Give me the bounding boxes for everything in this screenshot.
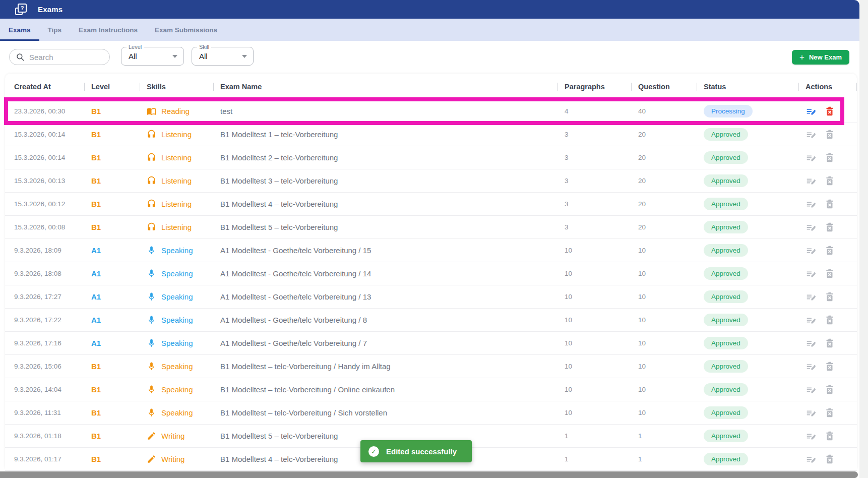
search-input[interactable] bbox=[29, 53, 100, 62]
table-row[interactable]: 9.3.2026, 17:27 A1 Speaking A1 Modelltes… bbox=[5, 285, 857, 309]
edit-exam-button[interactable] bbox=[805, 407, 817, 419]
column-header-paragraphs: Paragraphs bbox=[557, 82, 631, 92]
cell-actions bbox=[798, 384, 857, 395]
cell-actions bbox=[798, 245, 857, 256]
table-row[interactable]: 15.3.2026, 00:08 B1 Listening B1 Modellt… bbox=[5, 216, 857, 239]
trash-icon bbox=[824, 454, 835, 465]
table-row[interactable]: 9.3.2026, 11:31 B1 Speaking B1 Modelltes… bbox=[5, 401, 857, 425]
cell-status: Approved bbox=[697, 128, 798, 141]
delete-exam-button[interactable] bbox=[824, 315, 835, 326]
skill-select[interactable]: Skill All bbox=[192, 47, 254, 66]
edit-exam-button[interactable] bbox=[805, 315, 817, 326]
trash-icon bbox=[824, 431, 835, 442]
trash-icon bbox=[824, 361, 835, 372]
table-row[interactable]: 9.3.2026, 14:04 B1 Speaking B1 Modelltes… bbox=[5, 378, 857, 401]
table-row[interactable]: 9.3.2026, 17:22 A1 Speaking A1 Modelltes… bbox=[5, 309, 857, 332]
toast-notification: ✓ Edited successfully bbox=[360, 440, 472, 462]
cell-paragraphs: 3 bbox=[557, 154, 631, 161]
cell-question: 10 bbox=[631, 247, 697, 254]
cell-question: 1 bbox=[631, 432, 697, 440]
delete-exam-button[interactable] bbox=[824, 175, 835, 187]
filters-bar: Level All Skill All + New Exam bbox=[0, 41, 859, 74]
table-row[interactable]: 15.3.2026, 00:12 B1 Listening B1 Modellt… bbox=[5, 193, 857, 216]
cell-exam-name: test bbox=[213, 107, 557, 115]
edit-note-icon bbox=[805, 245, 817, 256]
cell-paragraphs: 3 bbox=[557, 131, 631, 138]
status-badge: Approved bbox=[704, 174, 748, 187]
edit-exam-button[interactable] bbox=[805, 431, 817, 442]
cell-status: Approved bbox=[697, 314, 798, 326]
delete-exam-button[interactable] bbox=[824, 454, 835, 465]
question-mark-icon: ? bbox=[18, 4, 27, 13]
table-row[interactable]: 9.3.2026, 18:08 A1 Speaking A1 Modelltes… bbox=[5, 262, 857, 285]
edit-exam-button[interactable] bbox=[805, 454, 817, 465]
delete-exam-button[interactable] bbox=[824, 199, 835, 210]
headphones-icon bbox=[147, 199, 156, 209]
cell-created-at: 15.3.2026, 00:14 bbox=[5, 154, 84, 161]
edit-exam-button[interactable] bbox=[805, 338, 817, 349]
cell-exam-name: B1 Modelltest 4 – telc-Vorbereitung bbox=[213, 200, 557, 208]
tab-exam-submissions[interactable]: Exam Submissions bbox=[146, 19, 226, 41]
cell-skill: Speaking bbox=[140, 408, 213, 417]
edit-exam-button[interactable] bbox=[805, 245, 817, 256]
edit-note-icon bbox=[805, 199, 817, 210]
table-row[interactable]: 23.3.2026, 00:30 B1 Reading test 4 40 Pr… bbox=[5, 100, 857, 123]
delete-exam-button[interactable] bbox=[824, 291, 835, 303]
trash-icon bbox=[824, 152, 835, 163]
edit-exam-button[interactable] bbox=[805, 152, 817, 163]
delete-exam-button[interactable] bbox=[824, 338, 835, 349]
edit-exam-button[interactable] bbox=[805, 129, 817, 140]
table-row[interactable]: 15.3.2026, 00:13 B1 Listening B1 Modellt… bbox=[5, 169, 857, 193]
vertical-scrollbar-track[interactable] bbox=[859, 0, 868, 478]
edit-exam-button[interactable] bbox=[805, 199, 817, 210]
cell-level: B1 bbox=[84, 385, 140, 394]
delete-exam-button[interactable] bbox=[824, 152, 835, 163]
edit-exam-button[interactable] bbox=[805, 175, 817, 187]
search-box[interactable] bbox=[9, 49, 110, 65]
level-select[interactable]: Level All bbox=[121, 47, 184, 66]
edit-exam-button[interactable] bbox=[805, 268, 817, 279]
cell-exam-name: B1 Modelltest – telc-Vorbereitung / Hand… bbox=[213, 362, 557, 371]
cell-question: 10 bbox=[631, 363, 697, 370]
cell-level: B1 bbox=[84, 107, 140, 115]
delete-exam-button[interactable] bbox=[824, 129, 835, 140]
cell-paragraphs: 10 bbox=[557, 386, 631, 393]
exams-table: Created AtLevelSkillsExam NameParagraphs… bbox=[5, 74, 857, 471]
horizontal-scrollbar[interactable] bbox=[0, 471, 858, 478]
table-row[interactable]: 9.3.2026, 17:16 A1 Speaking A1 Modelltes… bbox=[5, 332, 857, 355]
new-exam-button[interactable]: + New Exam bbox=[792, 50, 849, 65]
delete-exam-button[interactable] bbox=[824, 431, 835, 442]
trash-icon bbox=[824, 338, 835, 349]
skill-label: Speaking bbox=[161, 339, 193, 347]
delete-exam-button[interactable] bbox=[824, 268, 835, 279]
delete-exam-button[interactable] bbox=[824, 384, 835, 395]
edit-exam-button[interactable] bbox=[805, 361, 817, 372]
table-row[interactable]: 9.3.2026, 18:09 A1 Speaking A1 Modelltes… bbox=[5, 239, 857, 262]
headphones-icon bbox=[147, 176, 156, 186]
tab-exam-instructions[interactable]: Exam Instructions bbox=[70, 19, 146, 41]
delete-exam-button[interactable] bbox=[824, 106, 835, 117]
delete-exam-button[interactable] bbox=[824, 245, 835, 256]
edit-exam-button[interactable] bbox=[805, 384, 817, 395]
cell-status: Approved bbox=[697, 151, 798, 164]
cell-skill: Listening bbox=[140, 222, 213, 232]
tab-exams[interactable]: Exams bbox=[0, 19, 39, 41]
edit-exam-button[interactable] bbox=[805, 291, 817, 303]
cell-exam-name: A1 Modelltest - Goethe/telc Vorbereitung… bbox=[213, 269, 557, 278]
cell-status: Approved bbox=[697, 198, 798, 210]
cell-skill: Listening bbox=[140, 153, 213, 162]
table-row[interactable]: 9.3.2026, 15:06 B1 Speaking B1 Modelltes… bbox=[5, 355, 857, 378]
delete-exam-button[interactable] bbox=[824, 222, 835, 233]
edit-exam-button[interactable] bbox=[805, 222, 817, 233]
edit-note-icon bbox=[805, 384, 817, 395]
delete-exam-button[interactable] bbox=[824, 361, 835, 372]
delete-exam-button[interactable] bbox=[824, 407, 835, 419]
edit-exam-button[interactable] bbox=[805, 106, 817, 117]
cell-skill: Listening bbox=[140, 199, 213, 209]
skill-label: Writing bbox=[161, 455, 184, 463]
cell-paragraphs: 4 bbox=[557, 107, 631, 115]
table-row[interactable]: 15.3.2026, 00:14 B1 Listening B1 Modellt… bbox=[5, 146, 857, 169]
tab-tips[interactable]: Tips bbox=[39, 19, 71, 41]
cell-exam-name: B1 Modelltest 3 – telc-Vorbereitung bbox=[213, 176, 557, 185]
table-row[interactable]: 15.3.2026, 00:14 B1 Listening B1 Modellt… bbox=[5, 123, 857, 146]
